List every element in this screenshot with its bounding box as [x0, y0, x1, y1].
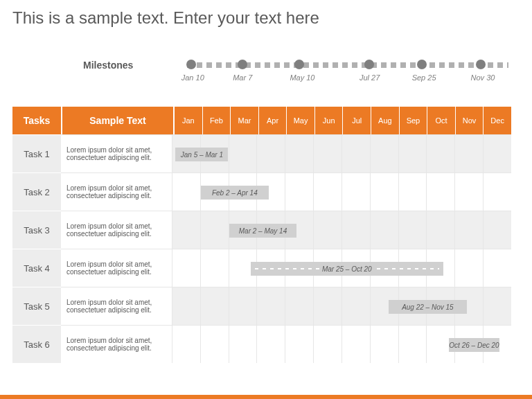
month-header-cell: Jan [175, 107, 202, 134]
task-name: Task 3 [12, 211, 61, 249]
milestone-date: Nov 30 [471, 73, 495, 82]
gantt-cell [200, 287, 229, 325]
gantt-bar-label: Mar 25 – Oct 20 [319, 265, 375, 273]
task-description: Lorem ipsum dolor sit amet, consectetuer… [61, 287, 172, 325]
table-row: Task 2Lorem ipsum dolor sit amet, consec… [12, 172, 511, 211]
gantt-cell [256, 135, 285, 172]
gantt-cell [370, 326, 398, 363]
milestone-label: Milestones [83, 60, 133, 71]
gantt-chart: Tasks Sample Text JanFebMarAprMayJunJulA… [12, 107, 511, 363]
gantt-bar-label: Jan 5 – Mar 1 [178, 151, 226, 159]
gantt-cell [398, 326, 427, 363]
table-row: Task 3Lorem ipsum dolor sit amet, consec… [12, 211, 511, 249]
milestone-date: Mar 7 [233, 73, 252, 82]
gantt-cell [398, 135, 427, 172]
gantt-cell [285, 135, 313, 172]
month-header-cell: Apr [258, 107, 287, 134]
task-description: Lorem ipsum dolor sit amet, consectetuer… [61, 211, 172, 249]
gantt-cell [454, 211, 483, 249]
gantt-cell [426, 135, 454, 172]
gantt-bar: Feb 2 – Apr 14 [201, 186, 269, 200]
month-header-cell: Sep [399, 107, 427, 134]
sample-column-header: Sample Text [61, 107, 173, 134]
milestone-date: Jan 10 [181, 73, 204, 82]
gantt-cell [313, 173, 342, 211]
slide: This is a sample text. Enter your text h… [0, 0, 532, 399]
gantt-cell [342, 135, 370, 172]
milestone-dot [476, 60, 486, 69]
tasks-column-header: Tasks [12, 107, 61, 134]
gantt-cell [426, 211, 454, 249]
footer-accent [0, 395, 532, 399]
gantt-cell [200, 211, 229, 249]
gantt-cell [256, 326, 285, 363]
gantt-cell [172, 287, 200, 325]
gantt-cell [398, 173, 427, 211]
month-header-cell: Dec [483, 107, 511, 134]
milestone-timeline: Milestones Jan 10Mar 7May 10Jul 27Sep 25… [12, 61, 511, 103]
task-description: Lorem ipsum dolor sit amet, consectetuer… [61, 134, 172, 172]
month-header-cell: Nov [455, 107, 484, 134]
gantt-cell [483, 249, 511, 287]
gantt-cell [172, 211, 200, 249]
task-name: Task 4 [12, 249, 61, 287]
month-header: JanFebMarAprMayJunJulAugSepOctNovDec [173, 107, 511, 134]
gantt-cell [172, 249, 200, 287]
gantt-cell [172, 173, 200, 211]
milestone-dot [186, 60, 196, 69]
gantt-cell [454, 249, 483, 287]
table-row: Task 1Lorem ipsum dolor sit amet, consec… [12, 134, 511, 172]
gantt-bar-label: Mar 2 – May 14 [236, 227, 290, 235]
gantt-cell [229, 326, 257, 363]
gantt-cell [426, 173, 454, 211]
task-description: Lorem ipsum dolor sit amet, consectetuer… [61, 249, 172, 287]
gantt-cell [256, 287, 285, 325]
page-title: This is a sample text. Enter your text h… [12, 8, 319, 28]
task-name: Task 2 [12, 172, 61, 211]
gantt-cell [342, 326, 370, 363]
gantt-cell [483, 173, 511, 211]
gantt-area: Mar 25 – Oct 20 [172, 249, 511, 287]
gantt-cell [483, 287, 511, 325]
month-header-cell: Mar [230, 107, 258, 134]
gantt-cell [285, 326, 313, 363]
gantt-cell [342, 211, 370, 249]
month-header-cell: Aug [371, 107, 399, 134]
gantt-area: Oct 26 – Dec 20 [172, 325, 511, 363]
task-description: Lorem ipsum dolor sit amet, consectetuer… [61, 325, 172, 363]
month-header-cell: May [286, 107, 314, 134]
task-description: Lorem ipsum dolor sit amet, consectetuer… [61, 172, 172, 211]
gantt-bar: Oct 26 – Dec 20 [449, 338, 499, 352]
gantt-bar-label: Aug 22 – Nov 15 [399, 303, 456, 311]
milestone-track [183, 62, 508, 68]
milestone-date: Sep 25 [412, 73, 436, 82]
gantt-cell [285, 287, 313, 325]
gantt-cell [398, 211, 427, 249]
task-name: Task 1 [12, 134, 61, 172]
gantt-area: Mar 2 – May 14 [172, 211, 511, 249]
gantt-cell [172, 326, 200, 363]
gantt-area: Feb 2 – Apr 14 [172, 172, 511, 211]
gantt-area: Jan 5 – Mar 1 [172, 134, 511, 172]
gantt-cell [370, 211, 398, 249]
gantt-cell [200, 326, 229, 363]
gantt-cell [454, 173, 483, 211]
milestone-date: May 10 [290, 73, 314, 82]
milestone-dot [417, 60, 427, 69]
table-row: Task 4Lorem ipsum dolor sit amet, consec… [12, 249, 511, 287]
gantt-cell [483, 211, 511, 249]
gantt-cell [342, 287, 370, 325]
gantt-cell [313, 135, 342, 172]
gantt-bar: Mar 25 – Oct 20 [251, 262, 443, 276]
gantt-cell [229, 287, 257, 325]
milestone-date: Jul 27 [360, 73, 380, 82]
task-name: Task 5 [12, 287, 61, 325]
gantt-cell [342, 173, 370, 211]
gantt-cell [313, 326, 342, 363]
gantt-bar: Jan 5 – Mar 1 [175, 148, 228, 161]
gantt-cell [454, 135, 483, 172]
task-name: Task 6 [12, 325, 61, 363]
month-header-cell: Feb [202, 107, 231, 134]
gantt-bar-label: Feb 2 – Apr 14 [209, 189, 260, 197]
gantt-cell [483, 135, 511, 172]
